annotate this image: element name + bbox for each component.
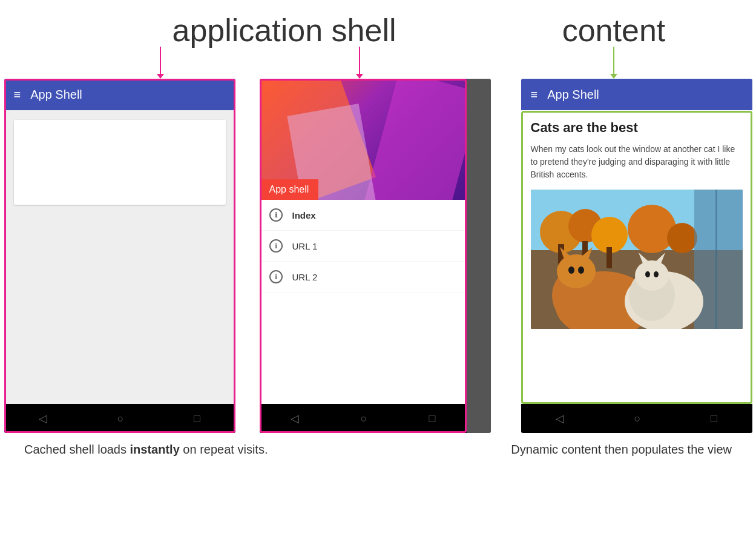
bottom-text-bold: instantly [130,443,180,456]
phone3-title: App Shell [547,88,599,102]
nav-recent-icon: □ [194,412,200,425]
svg-point-21 [635,260,669,291]
phone3-wrapper: ≡ App Shell Cats are the best When my ca… [521,79,752,433]
nav-home-icon3: ○ [634,412,641,425]
drawer-list: ℹ Index ℹ URL 1 ℹ URL 2 [260,200,467,404]
svg-rect-9 [606,247,612,268]
nav-back-icon3: ◁ [556,412,564,425]
content-title: Cats are the best [531,120,743,136]
phone3-content: Cats are the best When my cats look out … [521,110,752,404]
phone3: ≡ App Shell Cats are the best When my ca… [521,79,752,433]
content-text: When my cats look out the window at anot… [531,143,743,181]
phone1-card [14,120,226,205]
svg-point-14 [557,254,596,288]
hamburger-icon: ≡ [14,88,21,102]
app-shell-heading: application shell [172,13,396,48]
hamburger-icon3: ≡ [531,88,538,102]
svg-point-6 [667,223,697,253]
nav-recent-icon3: □ [711,412,717,425]
phone2-screen: App shell ℹ Index ℹ URL 1 ℹ U [260,79,467,404]
bottom-text-end: on repeat visits. [180,443,268,456]
drawer-item-url2[interactable]: ℹ URL 2 [260,262,467,293]
info-icon-index: ℹ [269,208,283,222]
content-heading: content [562,13,666,48]
drawer-item-url1[interactable]: ℹ URL 1 [260,231,467,262]
svg-point-18 [578,266,584,274]
info-icon-url2: ℹ [269,270,283,283]
hero-label: App shell [260,179,319,200]
drawer-label-index: Index [292,210,316,220]
phone1-appbar: ≡ App Shell [4,79,235,110]
drawer-label-url2: URL 2 [292,272,318,282]
nav-recent-icon2: □ [429,412,436,425]
phone1-content [4,110,235,404]
bottom-right-text: Dynamic content then populates the view [511,443,732,457]
svg-point-25 [654,271,659,277]
phone3-appbar: ≡ App Shell [521,79,752,110]
nav-back-icon2: ◁ [291,412,299,425]
info-icon-url1: ℹ [269,239,283,253]
phone1-title: App Shell [30,88,82,102]
drawer-label-url1: URL 1 [292,241,318,251]
phone2-navbar: ◁ ○ □ [260,404,467,433]
nav-home-icon: ○ [117,412,124,425]
phone2-wrapper: App shell ℹ Index ℹ URL 1 ℹ U [260,79,491,433]
svg-rect-11 [715,190,717,329]
phone3-navbar: ◁ ○ □ [521,404,752,433]
cat-image [531,190,743,329]
hero-image: App shell [260,79,467,200]
bottom-text-start: Cached shell loads [24,443,130,456]
svg-point-17 [568,266,574,274]
svg-point-24 [645,271,650,277]
phone1-wrapper: ≡ App Shell ◁ ○ □ [4,79,235,433]
phone1: ≡ App Shell ◁ ○ □ [4,79,235,433]
phone2: App shell ℹ Index ℹ URL 1 ℹ U [260,79,491,433]
nav-back-icon: ◁ [39,412,47,425]
drawer-item-index[interactable]: ℹ Index [260,200,467,231]
svg-point-5 [628,205,676,253]
phone1-navbar: ◁ ○ □ [4,404,235,433]
nav-home-icon2: ○ [361,412,367,425]
bottom-left-text: Cached shell loads instantly on repeat v… [24,443,268,457]
